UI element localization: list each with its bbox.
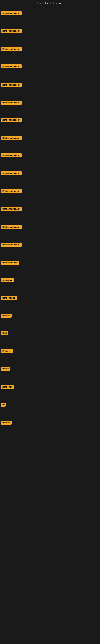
bottleneck-badge-4[interactable]: Bottleneck result xyxy=(1,64,22,68)
bottleneck-badge-21[interactable]: Bottle xyxy=(1,367,10,371)
bottleneck-badge-6[interactable]: Bottleneck result xyxy=(1,100,22,105)
bottleneck-item-24[interactable]: Bottlen xyxy=(1,420,12,426)
bottleneck-item-8[interactable]: Bottleneck result xyxy=(1,136,22,141)
bottleneck-item-7[interactable]: Bottleneck result xyxy=(1,118,22,122)
bottleneck-badge-18[interactable]: Bottlen xyxy=(1,314,12,318)
bottleneck-item-21[interactable]: Bottle xyxy=(1,367,10,372)
site-title: TheBottlenecker.com xyxy=(0,0,100,7)
bottleneck-item-5[interactable]: Bottleneck result xyxy=(1,83,22,88)
bottleneck-item-19[interactable]: Bott xyxy=(1,331,8,336)
bottleneck-item-6[interactable]: Bottleneck result xyxy=(1,100,22,106)
bottleneck-badge-11[interactable]: Bottleneck result xyxy=(1,189,22,193)
bottleneck-item-2[interactable]: Bottleneck result xyxy=(1,29,22,34)
cursor-line xyxy=(1,533,2,541)
bottleneck-item-20[interactable]: Bottlene xyxy=(1,349,13,354)
bottleneck-badge-16[interactable]: Bottlenec xyxy=(1,278,14,282)
bottleneck-item-1[interactable]: Bottleneck result xyxy=(1,12,22,16)
bottleneck-badge-13[interactable]: Bottleneck result xyxy=(1,225,22,229)
bottleneck-badge-14[interactable]: Bottleneck result xyxy=(1,242,22,246)
bottleneck-item-15[interactable]: Bottleneck res xyxy=(1,260,19,266)
bottleneck-item-10[interactable]: Bottleneck result xyxy=(1,172,22,176)
bottleneck-item-23[interactable]: Bo xyxy=(1,402,6,407)
bottleneck-badge-24[interactable]: Bottlen xyxy=(1,420,12,425)
bottleneck-badge-17[interactable]: Bottleneck r xyxy=(1,296,17,300)
bottleneck-badge-22[interactable]: Bottlenec xyxy=(1,385,14,389)
bottleneck-item-17[interactable]: Bottleneck r xyxy=(1,296,17,301)
bottleneck-item-18[interactable]: Bottlen xyxy=(1,314,12,318)
bottleneck-item-9[interactable]: Bottleneck result xyxy=(1,153,22,158)
bottleneck-item-12[interactable]: Bottleneck result xyxy=(1,207,22,212)
bottleneck-item-22[interactable]: Bottlenec xyxy=(1,385,14,390)
bottleneck-badge-8[interactable]: Bottleneck result xyxy=(1,136,22,140)
bottleneck-badge-3[interactable]: Bottleneck result xyxy=(1,47,22,51)
bottleneck-badge-2[interactable]: Bottleneck result xyxy=(1,29,22,33)
bottleneck-item-3[interactable]: Bottleneck result xyxy=(1,47,22,52)
bottleneck-item-4[interactable]: Bottleneck result xyxy=(1,64,22,69)
bottleneck-badge-10[interactable]: Bottleneck result xyxy=(1,172,22,176)
bottleneck-badge-7[interactable]: Bottleneck result xyxy=(1,118,22,122)
bottleneck-badge-9[interactable]: Bottleneck result xyxy=(1,153,22,158)
bottleneck-badge-1[interactable]: Bottleneck result xyxy=(1,12,22,16)
bottleneck-badge-5[interactable]: Bottleneck result xyxy=(1,83,22,87)
bottleneck-badge-23[interactable]: Bo xyxy=(1,402,6,406)
bottleneck-badge-19[interactable]: Bott xyxy=(1,331,8,335)
bottleneck-item-13[interactable]: Bottleneck result xyxy=(1,225,22,230)
bottleneck-badge-15[interactable]: Bottleneck res xyxy=(1,260,19,265)
bottleneck-badge-12[interactable]: Bottleneck result xyxy=(1,207,22,211)
bottleneck-badge-20[interactable]: Bottlene xyxy=(1,349,13,353)
bottleneck-item-16[interactable]: Bottlenec xyxy=(1,278,14,283)
bottleneck-item-14[interactable]: Bottleneck result xyxy=(1,242,22,247)
bottleneck-item-11[interactable]: Bottleneck result xyxy=(1,189,22,194)
